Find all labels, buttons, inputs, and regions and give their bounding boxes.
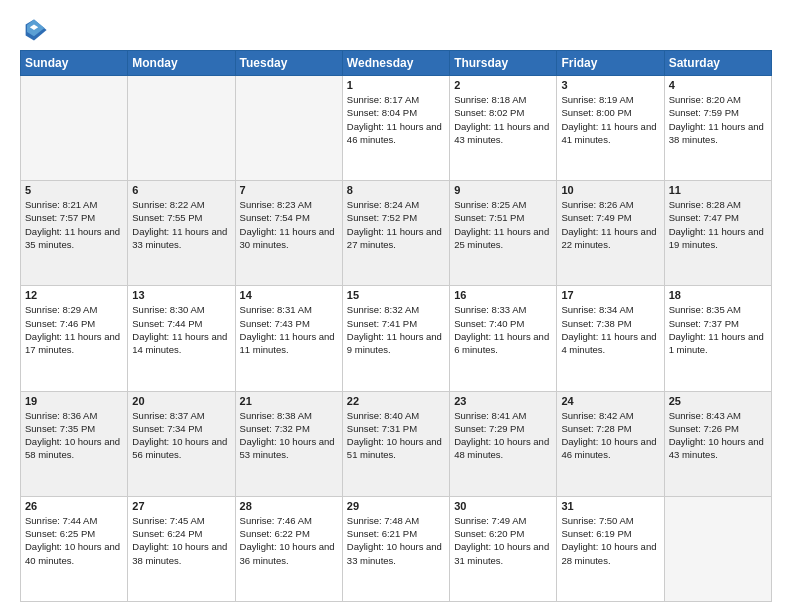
calendar-day-cell: 18Sunrise: 8:35 AMSunset: 7:37 PMDayligh… <box>664 286 771 391</box>
calendar-week-row: 12Sunrise: 8:29 AMSunset: 7:46 PMDayligh… <box>21 286 772 391</box>
day-number: 15 <box>347 289 445 301</box>
calendar-header-row: SundayMondayTuesdayWednesdayThursdayFrid… <box>21 51 772 76</box>
calendar-day-cell: 12Sunrise: 8:29 AMSunset: 7:46 PMDayligh… <box>21 286 128 391</box>
day-number: 3 <box>561 79 659 91</box>
day-info: Sunrise: 8:28 AMSunset: 7:47 PMDaylight:… <box>669 198 767 251</box>
logo-icon <box>20 16 48 44</box>
col-header-tuesday: Tuesday <box>235 51 342 76</box>
day-number: 29 <box>347 500 445 512</box>
day-number: 9 <box>454 184 552 196</box>
calendar-day-cell: 6Sunrise: 8:22 AMSunset: 7:55 PMDaylight… <box>128 181 235 286</box>
day-info: Sunrise: 8:20 AMSunset: 7:59 PMDaylight:… <box>669 93 767 146</box>
day-info: Sunrise: 7:46 AMSunset: 6:22 PMDaylight:… <box>240 514 338 567</box>
day-info: Sunrise: 8:18 AMSunset: 8:02 PMDaylight:… <box>454 93 552 146</box>
col-header-wednesday: Wednesday <box>342 51 449 76</box>
day-info: Sunrise: 8:35 AMSunset: 7:37 PMDaylight:… <box>669 303 767 356</box>
day-info: Sunrise: 7:50 AMSunset: 6:19 PMDaylight:… <box>561 514 659 567</box>
day-number: 26 <box>25 500 123 512</box>
day-number: 2 <box>454 79 552 91</box>
day-info: Sunrise: 8:41 AMSunset: 7:29 PMDaylight:… <box>454 409 552 462</box>
calendar-day-cell <box>235 76 342 181</box>
day-info: Sunrise: 8:31 AMSunset: 7:43 PMDaylight:… <box>240 303 338 356</box>
calendar-day-cell: 21Sunrise: 8:38 AMSunset: 7:32 PMDayligh… <box>235 391 342 496</box>
day-info: Sunrise: 8:32 AMSunset: 7:41 PMDaylight:… <box>347 303 445 356</box>
day-info: Sunrise: 8:17 AMSunset: 8:04 PMDaylight:… <box>347 93 445 146</box>
day-number: 6 <box>132 184 230 196</box>
calendar-day-cell: 19Sunrise: 8:36 AMSunset: 7:35 PMDayligh… <box>21 391 128 496</box>
day-number: 11 <box>669 184 767 196</box>
calendar-week-row: 26Sunrise: 7:44 AMSunset: 6:25 PMDayligh… <box>21 496 772 601</box>
day-info: Sunrise: 7:45 AMSunset: 6:24 PMDaylight:… <box>132 514 230 567</box>
day-number: 20 <box>132 395 230 407</box>
calendar-day-cell: 15Sunrise: 8:32 AMSunset: 7:41 PMDayligh… <box>342 286 449 391</box>
day-number: 30 <box>454 500 552 512</box>
day-info: Sunrise: 8:19 AMSunset: 8:00 PMDaylight:… <box>561 93 659 146</box>
day-info: Sunrise: 8:23 AMSunset: 7:54 PMDaylight:… <box>240 198 338 251</box>
day-number: 21 <box>240 395 338 407</box>
day-number: 4 <box>669 79 767 91</box>
day-number: 27 <box>132 500 230 512</box>
calendar-day-cell: 26Sunrise: 7:44 AMSunset: 6:25 PMDayligh… <box>21 496 128 601</box>
calendar-day-cell: 13Sunrise: 8:30 AMSunset: 7:44 PMDayligh… <box>128 286 235 391</box>
calendar-day-cell <box>128 76 235 181</box>
calendar-day-cell: 23Sunrise: 8:41 AMSunset: 7:29 PMDayligh… <box>450 391 557 496</box>
day-number: 13 <box>132 289 230 301</box>
day-number: 18 <box>669 289 767 301</box>
day-info: Sunrise: 8:34 AMSunset: 7:38 PMDaylight:… <box>561 303 659 356</box>
page: SundayMondayTuesdayWednesdayThursdayFrid… <box>0 0 792 612</box>
calendar-day-cell: 1Sunrise: 8:17 AMSunset: 8:04 PMDaylight… <box>342 76 449 181</box>
day-number: 31 <box>561 500 659 512</box>
col-header-thursday: Thursday <box>450 51 557 76</box>
day-info: Sunrise: 8:24 AMSunset: 7:52 PMDaylight:… <box>347 198 445 251</box>
day-info: Sunrise: 8:37 AMSunset: 7:34 PMDaylight:… <box>132 409 230 462</box>
logo <box>20 16 52 44</box>
day-info: Sunrise: 7:48 AMSunset: 6:21 PMDaylight:… <box>347 514 445 567</box>
day-number: 10 <box>561 184 659 196</box>
day-info: Sunrise: 8:22 AMSunset: 7:55 PMDaylight:… <box>132 198 230 251</box>
day-info: Sunrise: 8:40 AMSunset: 7:31 PMDaylight:… <box>347 409 445 462</box>
calendar-day-cell: 5Sunrise: 8:21 AMSunset: 7:57 PMDaylight… <box>21 181 128 286</box>
header <box>20 16 772 44</box>
day-number: 8 <box>347 184 445 196</box>
day-info: Sunrise: 8:26 AMSunset: 7:49 PMDaylight:… <box>561 198 659 251</box>
day-number: 7 <box>240 184 338 196</box>
day-number: 17 <box>561 289 659 301</box>
calendar-day-cell: 30Sunrise: 7:49 AMSunset: 6:20 PMDayligh… <box>450 496 557 601</box>
calendar-day-cell: 22Sunrise: 8:40 AMSunset: 7:31 PMDayligh… <box>342 391 449 496</box>
day-info: Sunrise: 8:36 AMSunset: 7:35 PMDaylight:… <box>25 409 123 462</box>
day-number: 28 <box>240 500 338 512</box>
day-number: 5 <box>25 184 123 196</box>
col-header-saturday: Saturday <box>664 51 771 76</box>
calendar-week-row: 1Sunrise: 8:17 AMSunset: 8:04 PMDaylight… <box>21 76 772 181</box>
calendar-day-cell: 3Sunrise: 8:19 AMSunset: 8:00 PMDaylight… <box>557 76 664 181</box>
day-info: Sunrise: 7:49 AMSunset: 6:20 PMDaylight:… <box>454 514 552 567</box>
day-info: Sunrise: 8:43 AMSunset: 7:26 PMDaylight:… <box>669 409 767 462</box>
calendar-day-cell: 28Sunrise: 7:46 AMSunset: 6:22 PMDayligh… <box>235 496 342 601</box>
day-number: 23 <box>454 395 552 407</box>
day-info: Sunrise: 8:29 AMSunset: 7:46 PMDaylight:… <box>25 303 123 356</box>
col-header-sunday: Sunday <box>21 51 128 76</box>
calendar-day-cell: 31Sunrise: 7:50 AMSunset: 6:19 PMDayligh… <box>557 496 664 601</box>
day-info: Sunrise: 8:42 AMSunset: 7:28 PMDaylight:… <box>561 409 659 462</box>
col-header-friday: Friday <box>557 51 664 76</box>
day-number: 1 <box>347 79 445 91</box>
calendar-week-row: 5Sunrise: 8:21 AMSunset: 7:57 PMDaylight… <box>21 181 772 286</box>
day-number: 14 <box>240 289 338 301</box>
day-number: 12 <box>25 289 123 301</box>
calendar-day-cell: 10Sunrise: 8:26 AMSunset: 7:49 PMDayligh… <box>557 181 664 286</box>
day-info: Sunrise: 8:33 AMSunset: 7:40 PMDaylight:… <box>454 303 552 356</box>
calendar-day-cell: 27Sunrise: 7:45 AMSunset: 6:24 PMDayligh… <box>128 496 235 601</box>
calendar-day-cell <box>21 76 128 181</box>
calendar-day-cell: 20Sunrise: 8:37 AMSunset: 7:34 PMDayligh… <box>128 391 235 496</box>
day-info: Sunrise: 8:25 AMSunset: 7:51 PMDaylight:… <box>454 198 552 251</box>
calendar-day-cell: 8Sunrise: 8:24 AMSunset: 7:52 PMDaylight… <box>342 181 449 286</box>
calendar-day-cell: 16Sunrise: 8:33 AMSunset: 7:40 PMDayligh… <box>450 286 557 391</box>
calendar-day-cell: 4Sunrise: 8:20 AMSunset: 7:59 PMDaylight… <box>664 76 771 181</box>
calendar-week-row: 19Sunrise: 8:36 AMSunset: 7:35 PMDayligh… <box>21 391 772 496</box>
day-info: Sunrise: 8:30 AMSunset: 7:44 PMDaylight:… <box>132 303 230 356</box>
calendar-day-cell: 29Sunrise: 7:48 AMSunset: 6:21 PMDayligh… <box>342 496 449 601</box>
calendar-day-cell: 17Sunrise: 8:34 AMSunset: 7:38 PMDayligh… <box>557 286 664 391</box>
day-number: 25 <box>669 395 767 407</box>
calendar-day-cell: 11Sunrise: 8:28 AMSunset: 7:47 PMDayligh… <box>664 181 771 286</box>
calendar-day-cell: 2Sunrise: 8:18 AMSunset: 8:02 PMDaylight… <box>450 76 557 181</box>
